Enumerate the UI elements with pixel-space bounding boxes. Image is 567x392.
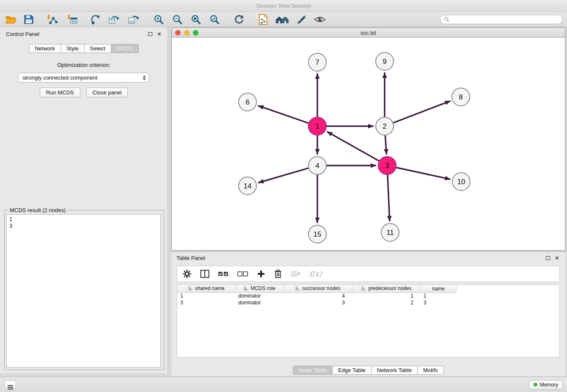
table-cell[interactable]: 3 <box>284 299 352 306</box>
graph-edge-2-8[interactable] <box>394 101 451 123</box>
network-canvas[interactable]: 7968124314101511 <box>172 38 565 250</box>
delete-column-button[interactable] <box>274 269 282 279</box>
table-cell[interactable]: dominator <box>235 299 284 306</box>
home-button[interactable] <box>275 14 289 25</box>
zoom-fit-button[interactable] <box>190 14 201 25</box>
mcds-result-item[interactable]: 3 <box>9 223 158 229</box>
table-cell[interactable]: 3 <box>177 299 235 306</box>
graph-edge-1-6[interactable] <box>258 106 309 123</box>
network-window-title: scc.txt <box>361 30 376 36</box>
show-columns-button[interactable] <box>200 270 209 278</box>
graph-edge-3-10[interactable] <box>396 168 451 179</box>
maximize-window-icon[interactable]: + <box>193 30 198 36</box>
table-cell[interactable]: 1 <box>352 293 421 299</box>
graph-edge-3-11[interactable] <box>388 175 390 221</box>
tab-select[interactable]: Select <box>84 44 111 53</box>
graph-node-11[interactable]: 11 <box>381 224 399 241</box>
graph-node-4[interactable]: 4 <box>308 157 326 174</box>
delete-table-button-disabled[interactable] <box>291 270 301 278</box>
graph-edge-2-3[interactable] <box>385 135 386 155</box>
column-header-successor-nodes[interactable]: successor nodes <box>284 285 352 293</box>
double-home-icon <box>275 14 289 25</box>
brush-icon <box>296 14 307 25</box>
search-field[interactable] <box>440 15 563 24</box>
table-row[interactable]: 1dominator411 <box>177 293 559 299</box>
graph-edge-4-14[interactable] <box>258 168 308 183</box>
table-cell[interactable]: 1 <box>421 293 456 299</box>
table-cell[interactable]: 1 <box>177 293 235 299</box>
mcds-result-item[interactable]: 1 <box>9 216 158 223</box>
memory-button[interactable]: Memory <box>529 380 563 389</box>
table-cell[interactable]: dominator <box>235 293 284 299</box>
optimization-dropdown[interactable]: strongly connected component <box>18 73 149 83</box>
tab-motifs[interactable]: Motifs <box>417 366 444 375</box>
close-panel-button[interactable]: Close panel <box>86 88 128 97</box>
table-cell[interactable]: 3 <box>421 299 456 306</box>
import-network-button[interactable] <box>47 14 58 25</box>
graph-edge-3-1[interactable] <box>327 132 379 161</box>
minimize-window-icon[interactable]: − <box>184 30 190 36</box>
mcds-result-list[interactable]: 13 <box>6 214 161 367</box>
apply-layout-button[interactable] <box>234 14 245 25</box>
float-panel-icon[interactable] <box>148 32 152 36</box>
add-column-button[interactable] <box>257 270 265 278</box>
float-table-panel-icon[interactable] <box>546 256 550 260</box>
table-panel-tabs: Node Table Edge Table Network Table Moti… <box>171 366 565 375</box>
export-image-icon <box>128 14 140 25</box>
network-graph[interactable]: 7968124314101511 <box>172 38 565 250</box>
close-table-panel-icon[interactable]: ✕ <box>555 255 559 261</box>
tab-mcds[interactable]: MCDS <box>111 44 139 53</box>
zoom-out-button[interactable] <box>172 14 183 25</box>
tab-node-table[interactable]: Node Table <box>293 366 333 375</box>
column-header-predecessor-nodes[interactable]: predecessor nodes <box>352 285 421 293</box>
close-window-icon[interactable]: ✕ <box>175 30 181 36</box>
memory-label: Memory <box>540 382 558 388</box>
clone-network-button[interactable] <box>108 14 120 25</box>
graph-node-6[interactable]: 6 <box>239 93 256 111</box>
zoom-fit-icon <box>190 14 201 25</box>
graph-node-15[interactable]: 15 <box>308 225 326 243</box>
tab-edge-table[interactable]: Edge Table <box>332 366 372 375</box>
run-mcds-button[interactable]: Run MCDS <box>40 88 80 97</box>
table-row[interactable]: 3dominator323 <box>177 299 559 306</box>
graph-node-2[interactable]: 2 <box>376 117 394 135</box>
graph-node-7[interactable]: 7 <box>308 53 326 71</box>
open-session-button[interactable] <box>5 14 17 25</box>
column-header-shared-name[interactable]: shared name <box>177 285 235 293</box>
graph-node-8[interactable]: 8 <box>452 88 470 106</box>
node-table-container: shared name MCDS role successor nodes pr… <box>177 284 560 357</box>
paint-style-button[interactable] <box>296 14 307 25</box>
column-header-name[interactable]: name <box>421 285 456 293</box>
search-input[interactable] <box>451 16 559 22</box>
zoom-in-button[interactable] <box>153 14 164 25</box>
control-panel-title: Control Panel <box>6 31 39 37</box>
table-toolbar: f(x) <box>177 266 560 282</box>
table-cell[interactable]: 2 <box>352 299 421 306</box>
graph-node-1[interactable]: 1 <box>308 117 326 135</box>
tab-style[interactable]: Style <box>61 44 85 53</box>
graph-node-9[interactable]: 9 <box>376 52 394 70</box>
select-all-rows-button[interactable] <box>218 271 229 277</box>
graph-node-3[interactable]: 3 <box>378 157 396 174</box>
close-control-panel-icon[interactable]: ✕ <box>157 31 162 37</box>
show-panels-button[interactable] <box>4 380 16 389</box>
show-graphics-button[interactable] <box>314 15 326 24</box>
network-window-titlebar[interactable]: ✕ − + scc.txt <box>172 28 565 38</box>
control-panel: Control Panel ✕ Network Style Select MCD… <box>0 27 168 373</box>
graph-node-10[interactable]: 10 <box>452 173 470 190</box>
graph-node-14[interactable]: 14 <box>239 177 256 195</box>
column-header-mcds-role[interactable]: MCDS role <box>235 285 284 293</box>
table-cell[interactable]: 4 <box>284 293 352 299</box>
zoom-selected-button[interactable] <box>209 14 220 25</box>
tab-network[interactable]: Network <box>29 44 61 53</box>
table-settings-button[interactable] <box>182 269 192 279</box>
new-network-button[interactable] <box>91 14 102 25</box>
import-network-icon <box>47 14 58 25</box>
export-image-button[interactable] <box>128 14 140 25</box>
save-session-button[interactable] <box>24 14 34 25</box>
network-document-button[interactable] <box>258 14 268 25</box>
tab-network-table[interactable]: Network Table <box>371 366 418 375</box>
function-builder-button[interactable]: f(x) <box>309 270 322 278</box>
deselect-all-rows-button[interactable] <box>237 271 248 277</box>
import-table-button[interactable] <box>67 14 78 25</box>
